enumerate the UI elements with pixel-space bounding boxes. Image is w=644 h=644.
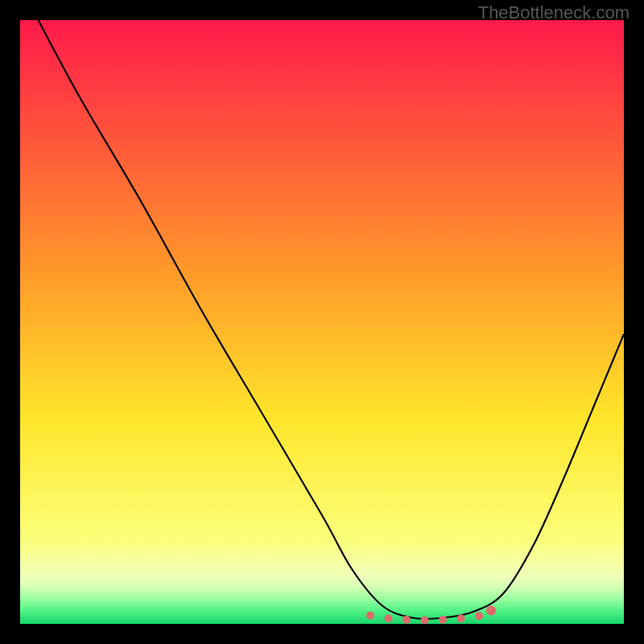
highlight-marker	[402, 616, 411, 624]
highlight-marker	[486, 606, 496, 616]
plot-area	[20, 20, 624, 624]
highlight-marker	[385, 614, 393, 622]
bottleneck-chart: TheBottleneck.com	[0, 0, 644, 644]
highlight-marker	[366, 612, 374, 620]
bottleneck-curve-path	[39, 20, 625, 619]
highlight-marker	[457, 614, 465, 622]
curve-layer	[20, 20, 624, 624]
highlight-marker	[421, 617, 429, 625]
highlight-marker	[439, 616, 447, 624]
highlight-marker	[475, 612, 483, 620]
